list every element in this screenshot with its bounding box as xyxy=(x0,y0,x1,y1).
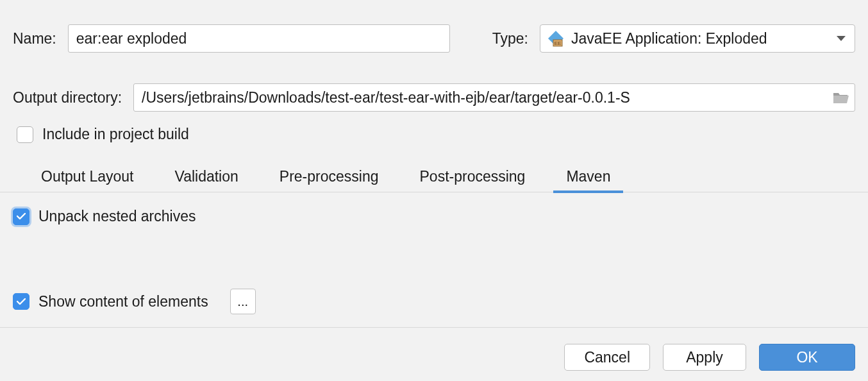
unpack-nested-archives-checkbox[interactable] xyxy=(13,208,29,225)
output-directory-label: Output directory: xyxy=(13,89,122,106)
tab-maven[interactable]: Maven xyxy=(553,168,623,192)
folder-open-icon[interactable] xyxy=(833,90,849,105)
divider xyxy=(0,327,868,328)
output-directory-field[interactable]: /Users/jetbrains/Downloads/test-ear/test… xyxy=(133,83,855,112)
type-label: Type: xyxy=(492,30,528,47)
tabs: Output Layout Validation Pre-processing … xyxy=(0,162,868,192)
type-text: JavaEE Application: Exploded xyxy=(571,30,831,47)
ok-button[interactable]: OK xyxy=(759,344,855,371)
show-content-ellipsis-button[interactable]: ... xyxy=(230,289,256,314)
show-content-checkbox[interactable] xyxy=(13,293,29,310)
type-dropdown[interactable]: EE JavaEE Application: Exploded xyxy=(540,24,855,53)
apply-button[interactable]: Apply xyxy=(663,344,746,371)
svg-text:EE: EE xyxy=(555,40,562,46)
tab-post-processing[interactable]: Post-processing xyxy=(407,168,538,192)
name-input[interactable] xyxy=(68,24,450,53)
include-in-build-label: Include in project build xyxy=(42,126,189,143)
javaee-exploded-icon: EE xyxy=(547,30,565,47)
cancel-button[interactable]: Cancel xyxy=(564,344,650,371)
tab-output-layout[interactable]: Output Layout xyxy=(28,168,147,192)
chevron-down-icon xyxy=(837,36,846,41)
name-label: Name: xyxy=(13,30,56,47)
output-directory-text: /Users/jetbrains/Downloads/test-ear/test… xyxy=(142,89,829,106)
show-content-label: Show content of elements xyxy=(38,293,208,310)
include-in-build-checkbox[interactable] xyxy=(17,126,33,143)
tab-pre-processing[interactable]: Pre-processing xyxy=(267,168,392,192)
unpack-nested-archives-label: Unpack nested archives xyxy=(38,208,196,225)
tab-validation[interactable]: Validation xyxy=(162,168,251,192)
